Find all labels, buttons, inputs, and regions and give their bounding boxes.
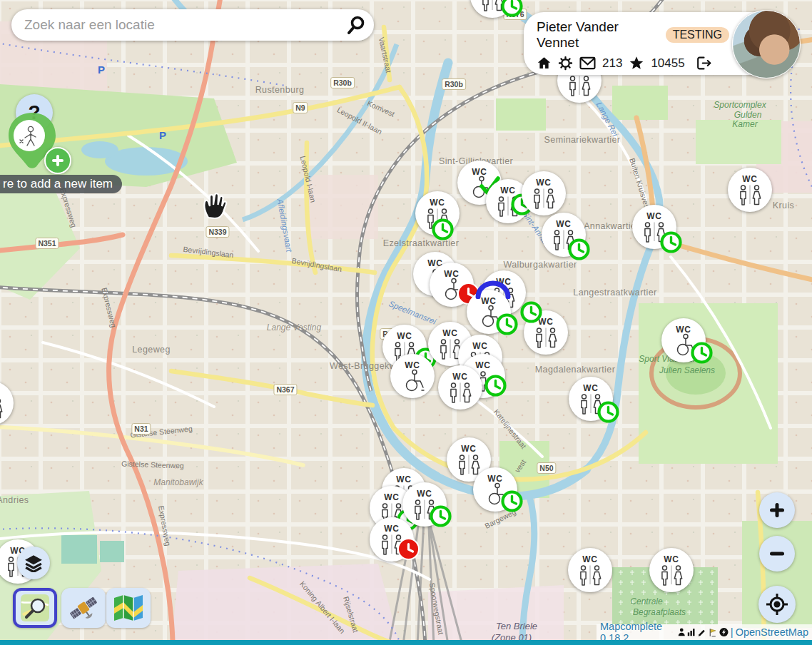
changesets-count[interactable]: 10455 — [651, 56, 684, 71]
location-search-bar[interactable] — [11, 9, 374, 41]
svg-text:WC: WC — [646, 211, 662, 221]
map-label: Lange Rei — [594, 101, 619, 138]
folded-map-icon — [113, 594, 144, 622]
green-clock-badge — [519, 300, 543, 324]
svg-text:WC: WC — [430, 198, 445, 208]
layers-button[interactable] — [17, 547, 50, 579]
openstreetmap-link[interactable]: OpenStreetMap — [736, 626, 808, 638]
road-shield: N50 — [537, 462, 556, 474]
map-label: Rustenburg — [255, 85, 305, 95]
green-clock-badge — [567, 238, 591, 261]
edit-pencil-icon[interactable] — [698, 627, 706, 638]
grab-cursor-icon — [201, 191, 228, 220]
add-item-plus-button[interactable] — [44, 147, 71, 174]
geolocate-icon — [766, 593, 788, 616]
home-icon[interactable] — [537, 56, 552, 71]
satellite-icon — [68, 593, 99, 623]
geolocate-button[interactable] — [758, 586, 796, 623]
svg-text:WC: WC — [384, 524, 400, 534]
map-label: Legeweg — [132, 345, 171, 355]
user-panel: Pieter Vander Vennet TESTING — [524, 10, 801, 77]
green-clock-badge — [659, 230, 683, 254]
toilet-marker[interactable]: WC — [649, 548, 694, 592]
community-index-icon[interactable] — [719, 626, 729, 638]
map-label: Vaartstraat — [377, 36, 393, 73]
map-label: Gulden — [734, 110, 762, 120]
parking-label: P — [98, 64, 105, 76]
user-name[interactable]: Pieter Vander Vennet — [537, 19, 659, 51]
basemap-style-satellite-button[interactable] — [61, 588, 106, 628]
map-label: Koning Albert I-laan — [298, 579, 347, 635]
svg-text:WC: WC — [487, 474, 503, 484]
star-icon — [629, 56, 644, 71]
logout-icon[interactable] — [696, 56, 712, 71]
green-clock-badge — [429, 504, 452, 528]
user-avatar[interactable] — [732, 10, 801, 78]
road-shield: N9 — [293, 102, 308, 113]
toilet-marker[interactable]: WC — [522, 171, 566, 215]
map-label: Walburgakwartier — [503, 260, 577, 270]
map-label: Langestraatkwartier — [573, 288, 656, 298]
toilet-marker[interactable]: WC — [568, 548, 612, 592]
green-clock-badge — [690, 341, 714, 365]
map-label: Bevrijdingslaan — [291, 256, 342, 273]
zoom-in-icon — [768, 501, 786, 519]
map-label: Katelijnestraat — [492, 407, 528, 450]
map-label: Leopold II-laan — [336, 105, 384, 136]
road-shield: N339 — [205, 226, 229, 238]
road-shield: N351 — [35, 238, 59, 249]
map-label: Rijselstraat — [342, 595, 360, 633]
map-label: Kruis — [773, 200, 794, 210]
svg-text:WC: WC — [444, 269, 460, 279]
bottom-bar — [0, 640, 812, 645]
svg-text:WC: WC — [417, 489, 432, 499]
map-label: Gistelse Steenweg — [130, 424, 193, 439]
green-clock-badge — [597, 400, 620, 424]
osm-map-icon — [20, 594, 50, 622]
green-clock-badge — [500, 0, 524, 18]
svg-text:WC: WC — [461, 444, 477, 454]
map-label: Afleidingsvaart — [276, 198, 294, 253]
map-label: Manitobawijk — [153, 477, 203, 487]
search-icon[interactable] — [345, 14, 367, 36]
toilet-marker[interactable]: WC — [438, 365, 482, 410]
toilet-marker[interactable]: WC — [728, 168, 772, 212]
map-label: Leopold I-laan — [299, 155, 318, 203]
map-label: Seminariekwartier — [544, 135, 621, 145]
basemap-style-map-button[interactable] — [106, 588, 151, 628]
map-label: Buiten Kruisvest — [628, 157, 652, 211]
zoom-in-button[interactable] — [759, 492, 795, 528]
road-shield: N31 — [131, 423, 151, 435]
map-label: Komvest — [366, 98, 396, 118]
selection-arc — [474, 278, 512, 299]
toilet-marker[interactable]: WC — [0, 381, 14, 425]
svg-text:WC: WC — [405, 360, 420, 370]
messages-count[interactable]: 213 — [602, 56, 622, 71]
svg-text:WC: WC — [384, 492, 400, 502]
basemap-style-osm-button[interactable] — [13, 588, 57, 628]
map-label: Annakwartier — [584, 221, 639, 231]
messages-icon[interactable] — [579, 56, 596, 70]
search-input[interactable] — [23, 16, 345, 34]
add-item-tooltip-text: re to add a new item — [3, 177, 113, 191]
attribution-bar: Mapcomplete 0.18.2 | OpenStreetMap — [597, 624, 812, 640]
map-label: Ten Briele — [496, 621, 537, 631]
zoom-out-icon — [768, 544, 786, 563]
svg-text:WC: WC — [676, 325, 691, 335]
svg-text:WC: WC — [397, 331, 412, 341]
map-label: Julien Saelens — [659, 365, 715, 375]
gear-icon[interactable] — [558, 56, 573, 71]
svg-text:WC: WC — [442, 328, 458, 338]
zoom-out-button[interactable] — [759, 536, 795, 572]
map-label: Sportcomplex — [714, 100, 766, 110]
map-label: Magdalenakwartier — [535, 365, 615, 375]
flag-icon[interactable] — [709, 627, 717, 638]
layers-icon — [24, 554, 43, 572]
statistics-icon[interactable] — [687, 627, 695, 637]
road-shield: R30b — [330, 77, 355, 88]
map-canvas[interactable]: Brugge-Sint-PietersRustenburgSeminariekw… — [0, 0, 812, 645]
testing-badge: TESTING — [666, 27, 729, 43]
plus-icon — [51, 153, 65, 168]
contributor-icon[interactable] — [678, 627, 685, 637]
map-label: Kamer — [732, 119, 757, 129]
